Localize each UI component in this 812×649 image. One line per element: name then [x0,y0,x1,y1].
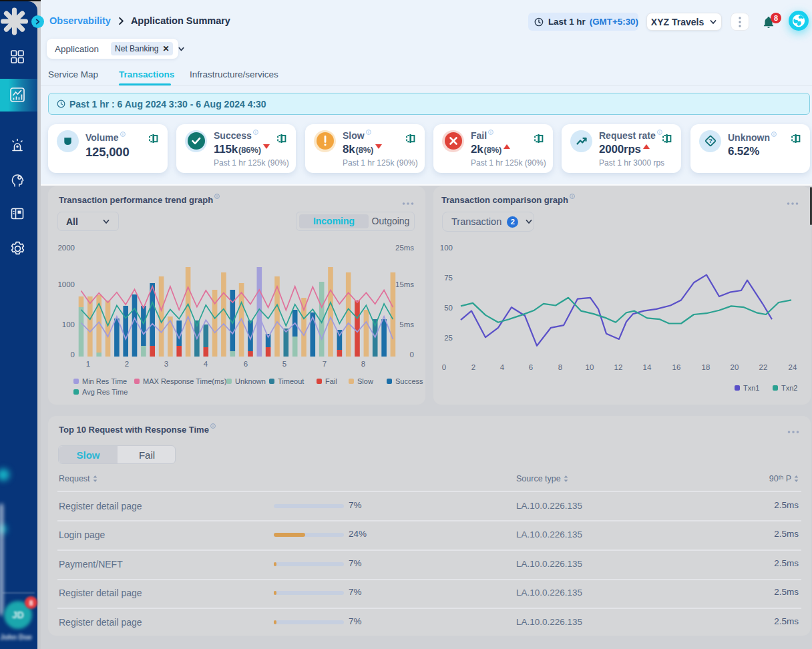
svg-text:?: ? [708,137,713,144]
